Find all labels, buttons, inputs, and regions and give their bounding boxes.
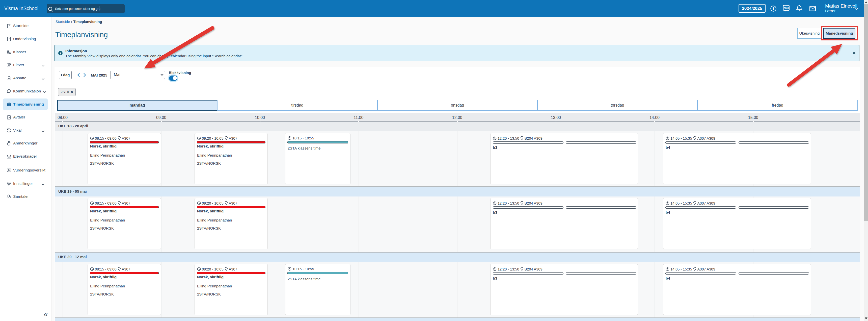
svg-text:SMS: SMS bbox=[784, 6, 789, 9]
